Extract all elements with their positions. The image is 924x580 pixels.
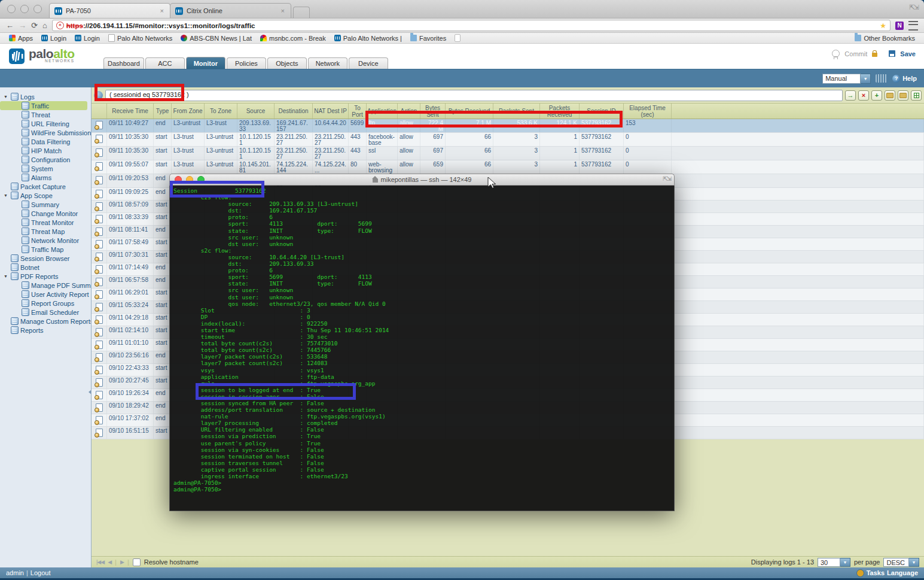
app-nav-tab[interactable]: Objects [267,57,307,69]
new-tab-button[interactable] [293,7,310,18]
log-detail-cell[interactable] [92,289,107,300]
sort-order-select[interactable]: DESC ▼ [883,558,919,567]
app-nav-tab[interactable]: Device [349,57,388,69]
column-header[interactable]: Packets Sent [493,104,540,119]
terminal-close-button[interactable] [175,176,182,183]
log-detail-icon[interactable] [96,378,103,387]
bookmark-item[interactable]: Palo Alto Networks | [330,35,406,42]
bookmark-item[interactable]: Login [37,35,71,42]
terminal-title-bar[interactable]: mikepontillas — ssh — 142×49 ⇱⇲ [169,174,675,186]
browser-tab[interactable]: Citrix Online × [170,3,291,18]
log-detail-cell[interactable] [92,133,107,146]
window-minimize-button[interactable] [20,5,29,13]
column-header[interactable]: Destination [275,104,313,119]
sidebar-item[interactable]: Reports [0,326,91,335]
log-detail-cell[interactable] [92,414,107,426]
log-detail-cell[interactable] [92,119,107,132]
terminal-resize-icon[interactable]: ⇱⇲ [663,175,670,182]
filter-icon[interactable] [94,91,103,100]
window-zoom-button[interactable] [33,5,42,13]
tab-close-icon[interactable]: × [159,7,165,14]
log-detail-icon[interactable] [96,303,103,311]
dropdown-arrow-icon[interactable]: ▼ [861,74,871,84]
bookmark-item[interactable]: ABS-CBN News | Lat [176,35,256,42]
log-detail-icon[interactable] [96,353,103,362]
per-page-select[interactable]: 30 ▼ [818,558,850,567]
menu-icon[interactable] [908,21,918,31]
column-header[interactable]: From Zone [172,104,205,119]
logout-link[interactable]: Logout [31,569,51,576]
log-detail-icon[interactable] [96,121,103,129]
other-bookmarks-button[interactable]: Other Bookmarks [850,35,919,42]
terminal-minimize-button[interactable] [186,176,193,183]
sidebar-item[interactable]: WildFire Submissions [0,128,91,137]
dropdown-arrow-icon[interactable]: ▼ [909,558,919,567]
log-detail-cell[interactable] [92,427,107,439]
sidebar-item[interactable]: Threat Map [0,227,91,236]
table-row[interactable]: 09/11 09:55:07 start L3-trust L3-untrust… [92,160,924,174]
table-row[interactable]: 09/11 10:49:27 end L3-untrust L3-trust 2… [92,119,924,133]
log-detail-cell[interactable] [92,174,107,187]
clear-filter-icon[interactable]: × [858,90,869,101]
sidebar-item[interactable]: Change Monitor [0,209,91,218]
tree-expander-icon[interactable]: ▼ [4,95,9,99]
sidebar-item[interactable]: Session Browser [0,254,91,263]
sidebar-item[interactable]: Data Filtering [0,137,91,146]
log-detail-icon[interactable] [96,176,103,184]
log-detail-cell[interactable] [92,351,107,363]
log-detail-cell[interactable] [92,339,107,351]
log-detail-icon[interactable] [96,403,103,412]
tasks-button[interactable]: Tasks [867,569,885,576]
home-button-icon[interactable]: ⌂ [42,22,47,29]
bookmark-item[interactable]: Apps [5,35,37,42]
sidebar-collapse-icon[interactable] [89,390,92,394]
column-header[interactable]: Source [237,104,275,119]
tree-expander-icon[interactable]: ▼ [4,193,9,198]
log-detail-cell[interactable] [92,326,107,338]
log-detail-cell[interactable] [92,364,107,376]
log-detail-cell[interactable] [92,389,107,401]
log-detail-cell[interactable] [92,188,107,200]
add-filter-icon[interactable]: + [871,90,882,101]
log-detail-icon[interactable] [96,290,103,299]
address-bar[interactable]: × https://206.194.11.15/#monitor::vsys1:… [52,20,891,31]
browser-tab[interactable]: PA-7050 × [49,3,170,18]
reload-icon[interactable]: ⟳ [31,22,38,29]
log-detail-icon[interactable] [96,278,103,286]
log-detail-cell[interactable] [92,276,107,288]
sidebar-item[interactable]: Traffic [0,101,87,110]
log-detail-cell[interactable] [92,213,107,225]
window-expand-icon[interactable]: ⇱⇲ [910,4,918,11]
log-detail-icon[interactable] [96,416,103,424]
log-detail-cell[interactable] [92,263,107,275]
export-icon[interactable] [911,90,922,101]
log-detail-cell[interactable] [92,238,107,250]
bookmark-item[interactable] [450,34,467,42]
sidebar-item[interactable]: Configuration [0,155,91,164]
log-detail-icon[interactable] [96,253,103,261]
bookmark-item[interactable]: Login [71,35,104,42]
column-header[interactable]: Type [154,104,172,119]
sidebar-item[interactable]: Threat [0,110,91,119]
app-nav-tab[interactable]: Dashboard [103,57,144,69]
log-detail-icon[interactable] [96,162,103,171]
tree-expander-icon[interactable]: ▼ [4,274,9,278]
sidebar-item[interactable]: ▼ PDF Reports [0,272,91,281]
log-detail-icon[interactable] [96,202,103,211]
bookmark-item[interactable]: Palo Alto Networks [104,34,176,42]
column-header[interactable] [672,104,924,119]
onenote-extension-icon[interactable]: N [895,22,904,30]
log-detail-icon[interactable] [96,315,103,324]
save-button[interactable]: Save [900,50,916,57]
column-header[interactable]: Receive Time [107,104,154,119]
sidebar-item[interactable]: Threat Monitor [0,218,91,227]
column-header[interactable]: Elapsed Time (sec) [624,104,672,119]
log-detail-icon[interactable] [96,227,103,236]
column-header[interactable]: Bytes Received [446,104,493,119]
back-icon[interactable]: ← [6,22,14,29]
bookmark-item[interactable]: Favorites [406,35,450,42]
log-detail-icon[interactable] [96,240,103,248]
log-detail-cell[interactable] [92,201,107,212]
log-detail-icon[interactable] [96,190,103,198]
column-header[interactable]: NAT Dest IP [313,104,349,119]
